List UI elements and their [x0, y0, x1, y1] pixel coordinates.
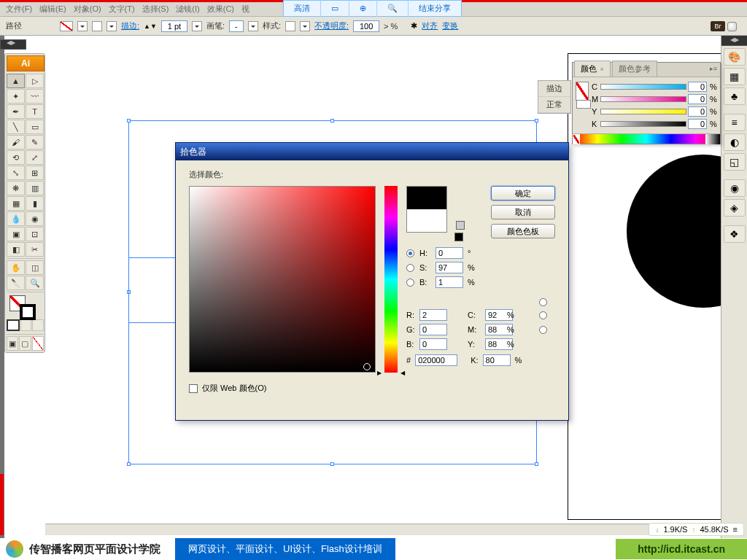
screen-normal[interactable]: ▣: [7, 336, 18, 351]
saturation-value-field[interactable]: [189, 186, 376, 373]
net-menu-icon[interactable]: ≡: [733, 525, 738, 534]
opt-align[interactable]: 对齐: [422, 20, 438, 31]
gradient-tool[interactable]: ▮: [26, 196, 44, 211]
r-input[interactable]: [419, 309, 447, 321]
menu-filter[interactable]: 滤镜(I): [173, 2, 202, 16]
reflect-tool[interactable]: ⤢: [26, 150, 44, 165]
stroke-weight-dd[interactable]: [192, 21, 202, 31]
menu-type[interactable]: 文字(T): [106, 2, 138, 16]
screen-full-menu[interactable]: ▢: [19, 336, 31, 351]
c-input[interactable]: [688, 82, 707, 92]
color-tab[interactable]: 颜色 ×: [574, 61, 611, 77]
b-input[interactable]: [436, 276, 463, 288]
share-rect-icon[interactable]: ▭: [321, 0, 349, 17]
radio-h[interactable]: [406, 249, 414, 257]
slice-tool[interactable]: 🔪: [7, 276, 25, 290]
opacity-input[interactable]: [353, 20, 379, 32]
style-swatch[interactable]: [285, 21, 295, 31]
k-input[interactable]: [688, 119, 707, 129]
hand-tool[interactable]: ✋: [7, 260, 25, 275]
spectrum-bar[interactable]: [573, 133, 720, 144]
menu-effect[interactable]: 效果(C): [204, 2, 237, 16]
tiny-swatch[interactable]: [454, 233, 463, 241]
m-input[interactable]: [688, 94, 707, 104]
share-zoom-icon[interactable]: 🔍: [377, 0, 409, 17]
eraser2-tool[interactable]: ◫: [26, 260, 44, 275]
color-guide-tab[interactable]: 颜色参考: [612, 61, 657, 77]
symbols-panel-icon[interactable]: ♣: [724, 88, 746, 105]
s-input[interactable]: [436, 262, 463, 273]
web-only-checkbox[interactable]: [189, 384, 198, 393]
bridge-launcher[interactable]: Br: [711, 20, 743, 33]
stroke-dropdown[interactable]: [107, 21, 117, 31]
h-input[interactable]: [436, 247, 463, 259]
share-target-icon[interactable]: ⊕: [349, 0, 377, 17]
swatches-button[interactable]: 颜色色板: [491, 224, 555, 238]
magic-wand-tool[interactable]: ✦: [7, 89, 25, 104]
ok-button[interactable]: 确定: [491, 186, 555, 201]
graphic-styles-icon[interactable]: ◈: [724, 199, 746, 217]
color-mode-none[interactable]: [32, 319, 44, 331]
b2-input[interactable]: [419, 338, 447, 350]
opt-opacity-label[interactable]: 不透明度:: [314, 20, 349, 31]
radio-s[interactable]: [406, 264, 414, 272]
screen-full[interactable]: [32, 336, 44, 351]
share-hd[interactable]: 高清: [284, 0, 321, 17]
dock-collapse-icon[interactable]: [0, 39, 26, 50]
mini-stroke-label[interactable]: 描边: [538, 81, 570, 97]
horizontal-scrollbar[interactable]: [45, 524, 721, 535]
menu-file[interactable]: 文件(F): [3, 2, 35, 16]
eyedropper-tool[interactable]: 💧: [7, 211, 25, 226]
rectangle-tool[interactable]: ▭: [26, 120, 44, 134]
layers-panel-icon[interactable]: ❖: [724, 225, 746, 243]
k2-input[interactable]: [483, 354, 511, 366]
mini-stroke-panel[interactable]: 描边 正常: [538, 80, 571, 114]
k-slider[interactable]: [600, 121, 686, 127]
live-paint-tool[interactable]: ▣: [7, 227, 25, 241]
radio-b2[interactable]: [539, 326, 547, 334]
blend-tool[interactable]: ◉: [26, 211, 44, 226]
dock-collapse-right[interactable]: ◀▶: [721, 36, 747, 46]
radio-b[interactable]: [406, 279, 414, 287]
c-slider[interactable]: [600, 84, 686, 90]
type-tool[interactable]: T: [26, 104, 44, 119]
brush-dd[interactable]: [248, 21, 258, 31]
opt-stroke-label[interactable]: 描边:: [121, 20, 139, 31]
symbol-sprayer-tool[interactable]: ❋: [7, 181, 25, 195]
scissors-tool[interactable]: ✂: [26, 242, 44, 257]
scale-tool[interactable]: ⤡: [7, 166, 25, 180]
paintbrush-tool[interactable]: 🖌: [7, 135, 25, 149]
dialog-titlebar[interactable]: 拾色器: [176, 143, 568, 160]
free-transform-tool[interactable]: ⊞: [26, 166, 44, 180]
color-mode-gradient[interactable]: [20, 319, 32, 331]
footer-url[interactable]: http://icd.itcast.cn: [616, 539, 747, 559]
color-mode-solid[interactable]: [7, 319, 20, 331]
panel-menu-icon[interactable]: ▸≡: [710, 65, 717, 72]
panel-fill-swatch[interactable]: [576, 82, 589, 101]
pen-tool[interactable]: ✒: [7, 104, 25, 119]
fill-dropdown[interactable]: [77, 21, 88, 31]
crop-tool[interactable]: ⊡: [26, 227, 44, 241]
swatches-panel-icon[interactable]: ▦: [724, 68, 746, 85]
zoom-tool[interactable]: 🔍: [26, 276, 44, 290]
line-tool[interactable]: ╲: [7, 120, 25, 134]
menu-object[interactable]: 对象(O): [71, 2, 104, 16]
radio-r[interactable]: [539, 298, 547, 306]
mesh-tool[interactable]: ▦: [7, 196, 25, 211]
menu-edit[interactable]: 编辑(E): [36, 2, 69, 16]
cancel-button[interactable]: 取消: [491, 205, 555, 219]
opt-transform[interactable]: 变换: [442, 20, 458, 31]
color-panel-icon[interactable]: 🎨: [724, 48, 746, 66]
eraser-tool[interactable]: ◧: [7, 242, 25, 257]
m-slider[interactable]: [600, 96, 686, 102]
hue-pointer[interactable]: [380, 370, 402, 374]
menu-view[interactable]: 视: [239, 2, 252, 16]
lasso-tool[interactable]: 〰: [26, 89, 44, 104]
selection-tool[interactable]: ▲: [7, 74, 25, 88]
pencil-tool[interactable]: ✎: [26, 135, 44, 149]
radio-g[interactable]: [539, 311, 547, 319]
y-slider[interactable]: [600, 109, 686, 114]
recolor-icon[interactable]: ✱: [411, 21, 417, 31]
hex-input[interactable]: [415, 354, 457, 366]
graph-tool[interactable]: ▥: [26, 181, 44, 195]
